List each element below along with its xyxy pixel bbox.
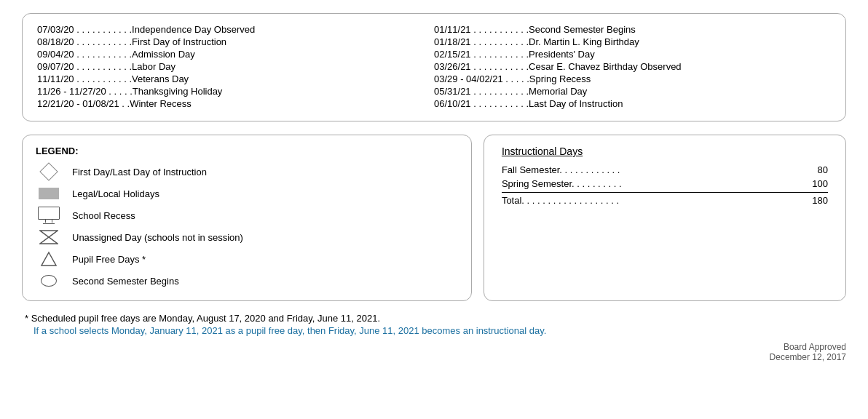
event-entry: 09/07/20 . . . . . . . . . . .Labor Day xyxy=(37,61,434,72)
top-events-box: 07/03/20 . . . . . . . . . . .Independen… xyxy=(22,13,846,121)
legend-item-label: Second Semester Begins xyxy=(72,276,179,287)
event-entry: 11/26 - 11/27/20 . . . . .Thanksgiving H… xyxy=(37,86,434,97)
legend-item: Unassigned Day (schools not in session) xyxy=(36,228,458,247)
event-entry: 06/10/21 . . . . . . . . . . .Last Day o… xyxy=(434,98,831,109)
bottom-row: LEGEND: First Day/Last Day of Instructio… xyxy=(22,135,846,301)
legend-item-label: School Recess xyxy=(72,210,135,221)
legend-item-label: Pupil Free Days * xyxy=(72,254,146,265)
inst-row-label: Fall Semester. . . . . . . . . . . . xyxy=(502,164,802,175)
left-col: 07/03/20 . . . . . . . . . . .Independen… xyxy=(37,24,434,111)
legend-item: Second Semester Begins xyxy=(36,271,458,290)
instructional-days-box: Instructional Days Fall Semester. . . . … xyxy=(484,135,846,301)
inst-data-row: Spring Semester. . . . . . . . . .100 xyxy=(502,178,828,189)
inst-row-label: Total. . . . . . . . . . . . . . . . . .… xyxy=(502,195,802,206)
event-entry: 01/11/21 . . . . . . . . . . .Second Sem… xyxy=(434,24,831,35)
triangle-icon xyxy=(36,251,62,267)
board-approved: Board Approved December 12, 2017 xyxy=(22,342,846,362)
right-col: 01/11/21 . . . . . . . . . . .Second Sem… xyxy=(434,24,831,111)
inst-row-label: Spring Semester. . . . . . . . . . xyxy=(502,178,802,189)
inst-rows: Fall Semester. . . . . . . . . . . .80Sp… xyxy=(502,164,828,206)
legend-title: LEGEND: xyxy=(36,145,458,156)
svg-marker-0 xyxy=(40,231,58,237)
diamond-icon xyxy=(36,165,62,178)
legend-item-label: First Day/Last Day of Instruction xyxy=(72,167,207,177)
event-entry: 01/18/21 . . . . . . . . . . .Dr. Martin… xyxy=(434,36,831,47)
legend-box: LEGEND: First Day/Last Day of Instructio… xyxy=(22,135,472,301)
legend-item: Legal/Local Holidays xyxy=(36,184,458,203)
event-entry: 08/18/20 . . . . . . . . . . .First Day … xyxy=(37,36,434,47)
inst-row-value: 100 xyxy=(802,178,828,189)
event-entry: 02/15/21 . . . . . . . . . . .Presidents… xyxy=(434,49,831,60)
inst-data-row: Fall Semester. . . . . . . . . . . .80 xyxy=(502,164,828,175)
legend-item-label: Unassigned Day (schools not in session) xyxy=(72,232,243,243)
oval-icon xyxy=(36,275,62,287)
footer-notes: * Scheduled pupil free days are Monday, … xyxy=(22,313,846,336)
inst-row-value: 180 xyxy=(802,195,828,206)
monitor-icon xyxy=(36,207,62,224)
event-entry: 05/31/21 . . . . . . . . . . .Memorial D… xyxy=(434,86,831,97)
event-entry: 09/04/20 . . . . . . . . . . .Admission … xyxy=(37,49,434,60)
event-entry: 07/03/20 . . . . . . . . . . .Independen… xyxy=(37,24,434,35)
gray-rect-icon xyxy=(36,188,62,199)
event-entry: 12/21/20 - 01/08/21 . .Winter Recess xyxy=(37,98,434,109)
event-entry: 03/26/21 . . . . . . . . . . .Cesar E. C… xyxy=(434,61,831,72)
instructional-days-title: Instructional Days xyxy=(502,145,828,157)
svg-marker-2 xyxy=(42,252,56,266)
inst-total-row: Total. . . . . . . . . . . . . . . . . .… xyxy=(502,192,828,206)
inst-row-value: 80 xyxy=(802,164,828,175)
footer-line1: * Scheduled pupil free days are Monday, … xyxy=(25,313,846,324)
event-entry: 11/11/20 . . . . . . . . . . .Veterans D… xyxy=(37,73,434,84)
legend-item-label: Legal/Local Holidays xyxy=(72,188,159,199)
legend-item: School Recess xyxy=(36,206,458,225)
bowtie-icon xyxy=(36,230,62,244)
event-entry: 03/29 - 04/02/21 . . . . .Spring Recess xyxy=(434,73,831,84)
legend-items: First Day/Last Day of InstructionLegal/L… xyxy=(36,162,458,290)
svg-marker-1 xyxy=(40,237,58,244)
footer-line2: If a school selects Monday, January 11, … xyxy=(25,325,846,336)
legend-item: Pupil Free Days * xyxy=(36,250,458,268)
legend-item: First Day/Last Day of Instruction xyxy=(36,162,458,181)
